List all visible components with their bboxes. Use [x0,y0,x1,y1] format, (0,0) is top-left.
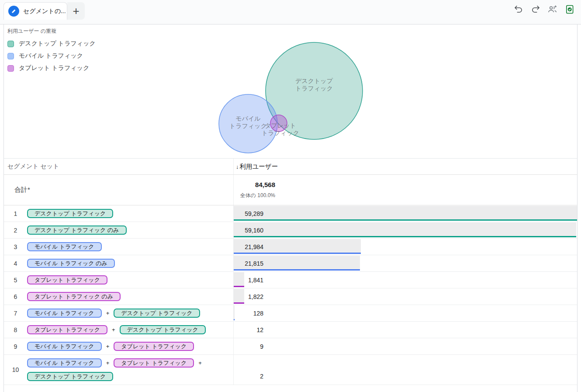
table-header-row: セグメント セット ↓ 利用ユーザー [4,159,577,175]
plus-separator: + [106,310,110,316]
row-index: 1 [4,205,27,222]
add-people-icon[interactable] [547,4,558,14]
totals-share: 全体の 100.0% [234,192,275,199]
metric-value: 1,841 [234,272,263,288]
segment-chip-desktop: デスクトップ トラフィック [120,325,206,334]
metric-value: 12 [234,322,263,338]
row-index: 3 [4,239,27,255]
segment-set-cell: タブレット トラフィック のみ [27,288,233,305]
column-header-segment-set: セグメント セット [4,159,233,174]
legend-item: モバイル トラフィック [7,50,96,62]
table-row: 10モバイル トラフィック+タブレット トラフィック+デスクトップ トラフィック… [4,355,577,385]
table-row: 1デスクトップ トラフィック59,289 [4,205,577,222]
segment-chip-desktop: デスクトップ トラフィック [27,209,113,218]
segment-chip-tablet: タブレット トラフィック [27,275,107,284]
redo-icon[interactable] [530,4,541,14]
segment-set-cell: タブレット トラフィック [27,272,233,288]
metric-value: 21,984 [234,239,263,255]
row-index: 7 [4,305,27,321]
metric-value: 2 [234,355,263,385]
metric-value-cell: 9 [233,338,577,354]
segment-chip-mobile: モバイル トラフィック [27,242,102,251]
row-index: 2 [4,222,27,238]
table-row: 9モバイル トラフィック+タブレット トラフィック9 [4,338,577,355]
table-row: 4モバイル トラフィック のみ21,815 [4,255,577,272]
plus-separator: + [198,360,202,366]
exploration-canvas: デスクトップトラフィックモバイルトラフィックタブレットトラフィック 利用ユーザー… [3,24,578,392]
venn-title: 利用ユーザー の重複 [7,28,56,35]
segment-chip-desktop: デスクトップ トラフィック [114,309,200,318]
toolbar: セグメントの... + [0,0,581,24]
segment-chip-mobile: モバイル トラフィック [27,342,102,351]
venn-label-tablet: タブレットトラフィック [262,122,299,136]
metric-value-cell: 128 [233,305,577,321]
table-row: 6タブレット トラフィック のみ1,822 [4,288,577,305]
legend-item: デスクトップ トラフィック [7,38,96,50]
legend-label: タブレット トラフィック [19,64,90,72]
segment-table: セグメント セット ↓ 利用ユーザー 合計* 84,568 全体の 100.0%… [4,159,577,385]
segment-set-cell: モバイル トラフィック のみ [27,255,233,271]
value-bar [234,222,576,237]
metric-value-cell: 2 [233,355,577,385]
metric-value-cell: 1,822 [233,288,577,305]
segment-set-cell: タブレット トラフィック+デスクトップ トラフィック [27,322,233,338]
plus-separator: + [112,326,115,333]
legend-swatch-icon [7,41,14,47]
table-row: 2デスクトップ トラフィック のみ59,160 [4,222,577,239]
totals-label: 合計* [4,175,233,205]
undo-icon[interactable] [513,4,524,14]
metric-value-cell: 59,160 [233,222,577,238]
tab-label: セグメントの... [23,7,66,15]
metric-value: 9 [234,338,263,354]
metric-value: 59,160 [234,222,263,238]
segment-chip-desktop: デスクトップ トラフィック のみ [27,225,127,235]
legend-swatch-icon [7,65,14,72]
metric-value-cell: 59,289 [233,205,577,222]
table-row: 8タブレット トラフィック+デスクトップ トラフィック12 [4,322,577,338]
segment-set-cell: デスクトップ トラフィック [27,205,233,222]
legend-label: デスクトップ トラフィック [19,40,96,48]
segment-chip-desktop: デスクトップ トラフィック [27,372,113,381]
value-bar [234,206,577,221]
metric-value: 21,815 [234,255,263,271]
row-index: 10 [4,355,27,385]
column-header-metric-label: 利用ユーザー [240,163,278,171]
totals-value: 84,568 [234,181,275,188]
row-index: 6 [4,288,27,305]
table-body: 1デスクトップ トラフィック59,2892デスクトップ トラフィック のみ59,… [4,205,577,385]
plus-separator: + [106,343,110,350]
metric-value-cell: 21,984 [233,239,577,255]
legend-label: モバイル トラフィック [19,52,83,60]
add-tab-button[interactable]: + [67,2,85,20]
legend-item: タブレット トラフィック [7,62,96,74]
metric-value-cell: 12 [233,322,577,338]
legend: デスクトップ トラフィックモバイル トラフィックタブレット トラフィック [7,38,96,74]
row-index: 5 [4,272,27,288]
segment-set-cell: モバイル トラフィック+タブレット トラフィック [27,338,233,354]
metric-value-cell: 21,815 [233,255,577,271]
segment-set-cell: モバイル トラフィック [27,239,233,255]
segment-chip-tablet: タブレット トラフィック のみ [27,292,121,301]
row-index: 9 [4,338,27,354]
plus-separator: + [106,360,110,366]
table-row: 5タブレット トラフィック1,841 [4,272,577,288]
segment-chip-tablet: タブレット トラフィック [27,325,107,334]
segment-chip-mobile: モバイル トラフィック のみ [27,259,115,268]
metric-value: 1,822 [234,288,263,305]
sort-desc-icon: ↓ [236,163,239,170]
column-header-active-users[interactable]: ↓ 利用ユーザー [233,159,577,174]
segment-chip-mobile: モバイル トラフィック [27,358,102,368]
table-row: 7モバイル トラフィック+デスクトップ トラフィック128 [4,305,577,322]
toolbar-actions [513,4,575,14]
tab-segment-overlap[interactable]: セグメントの... [3,2,67,20]
venn-label-desktop: デスクトップトラフィック [295,77,333,92]
totals-row: 合計* 84,568 全体の 100.0% [4,175,577,205]
edit-pencil-icon [8,6,19,17]
row-index: 4 [4,255,27,271]
export-sheet-icon[interactable] [564,4,575,14]
legend-swatch-icon [7,53,14,59]
segment-chip-tablet: タブレット トラフィック [114,342,194,351]
segment-set-cell: モバイル トラフィック+タブレット トラフィック+デスクトップ トラフィック [27,355,233,385]
table-row: 3モバイル トラフィック21,984 [4,239,577,255]
metric-value: 59,289 [234,205,263,222]
